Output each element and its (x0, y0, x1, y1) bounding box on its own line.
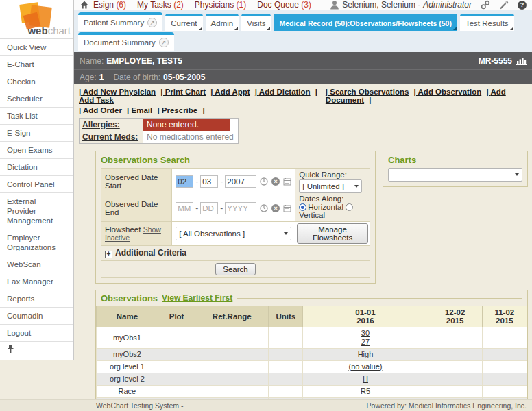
sidebar-item-fax-manager[interactable]: Fax Manager (0, 273, 73, 290)
start-month-input[interactable] (176, 175, 193, 188)
end-year-input[interactable] (225, 202, 256, 214)
start-year-input[interactable] (225, 175, 256, 188)
calendar-icon[interactable] (283, 177, 291, 186)
user-role: Administrator (423, 0, 472, 10)
obs-value-link[interactable]: H (304, 375, 426, 384)
tab-current[interactable]: Current (165, 14, 202, 31)
calendar-icon[interactable] (283, 204, 291, 212)
add-dictation-link[interactable]: Add Dictation (255, 88, 311, 96)
sidebar-item-control-panel[interactable]: Control Panel (0, 176, 73, 193)
add-order-link[interactable]: Add Order (79, 106, 122, 114)
footer-system-name: WebChart Testing System - (96, 401, 183, 411)
view-earliest-first-link[interactable]: View Earliest First (162, 293, 232, 303)
user-menu[interactable]: Selenium, Selenium - Administrator (330, 0, 472, 10)
pin-icon[interactable] (7, 345, 14, 353)
popout-icon[interactable] (159, 38, 169, 47)
sidebar-item-reports[interactable]: Reports (0, 290, 73, 308)
tab-document-summary[interactable]: Document Summary (78, 32, 174, 51)
search-button[interactable]: Search (215, 263, 255, 275)
observed-date-start-label: Observed Date Start (101, 169, 172, 195)
tab-patient-summary[interactable]: Patient Summary (78, 12, 162, 31)
sidebar-item-external-provider-management[interactable]: External Provider Management (0, 193, 73, 229)
nav-physicians[interactable]: Physicians (1) (195, 0, 246, 10)
sidebar-item-coumadin[interactable]: Coumadin (0, 308, 73, 325)
col-header-date-2: 12-022015 (428, 306, 482, 327)
patient-dob: 05-05-2005 (163, 73, 205, 82)
obs-value-link[interactable]: (no value) (304, 362, 426, 371)
additional-criteria-label[interactable]: Additional Criteria (115, 248, 186, 258)
nav-my-tasks[interactable]: My Tasks (2) (137, 0, 184, 10)
flowsheet-select[interactable]: [ All Observations ] (176, 227, 291, 240)
popout-icon[interactable] (147, 18, 157, 27)
charts-select[interactable] (388, 168, 522, 182)
obs-value-link[interactable]: 30 (304, 329, 426, 338)
allergies-link[interactable]: Allergies: (82, 120, 120, 129)
home-icon[interactable] (80, 0, 89, 10)
prescribe-link[interactable]: Prescribe (157, 106, 197, 114)
end-month-input[interactable] (176, 202, 193, 214)
help-icon[interactable]: ? (518, 1, 527, 10)
clock-icon[interactable] (260, 177, 268, 186)
flowsheet-label: Flowsheet (105, 225, 141, 234)
manage-flowsheets-button[interactable]: Manage Flowsheets (297, 223, 368, 244)
sidebar-item-logout[interactable]: Logout (0, 325, 73, 342)
chevron-down-icon (515, 173, 519, 176)
user-icon (330, 0, 339, 10)
tab-medical-record[interactable]: Medical Record (50):Observations/Flowshe… (274, 14, 457, 31)
page-footer: WebChart Testing System - Powered by: Me… (0, 399, 532, 411)
charts-panel: Charts (383, 151, 528, 187)
webchart-logo[interactable]: webchart (0, 0, 73, 39)
add-appt-link[interactable]: Add Appt (210, 88, 250, 96)
sidebar-item-scheduler[interactable]: Scheduler (0, 90, 73, 108)
clock-icon[interactable] (260, 204, 268, 212)
search-observations-link[interactable]: Search Observations (326, 88, 409, 96)
sidebar-item-task-list[interactable]: Task List (0, 108, 73, 125)
user-name: Selenium, Selenium - (342, 0, 420, 10)
sidebar-item-quick-view[interactable]: Quick View (0, 39, 73, 56)
sidebar-item-checkin[interactable]: Checkin (0, 73, 73, 90)
flowsheet-value: [ All Observations ] (179, 229, 245, 238)
patient-age: 1 (99, 73, 104, 82)
obs-name: org level 2 (97, 373, 158, 385)
patient-name: EMPLOYEE, TEST5 (106, 56, 182, 66)
tab-visits[interactable]: Visits (241, 14, 271, 31)
clear-date-icon[interactable]: × (271, 204, 280, 212)
tab-label: Document Summary (84, 38, 156, 47)
email-link[interactable]: Email (127, 106, 152, 114)
obs-name: org level 1 (97, 360, 158, 373)
content-area: Add New Physician Print Chart Add Appt A… (74, 84, 532, 411)
link-icon[interactable] (481, 0, 490, 10)
table-row: Race R5 (97, 385, 527, 397)
start-day-input[interactable] (200, 175, 218, 188)
nav-esign[interactable]: Esign (6) (93, 0, 126, 10)
clear-date-icon[interactable]: × (271, 177, 280, 186)
wand-icon[interactable] (499, 0, 509, 10)
dates-along-vertical-radio[interactable] (346, 203, 353, 211)
add-observation-link[interactable]: Add Observation (414, 88, 482, 96)
tab-admin[interactable]: Admin (206, 14, 239, 31)
vertical-label: Vertical (299, 211, 325, 219)
tab-test-results[interactable]: Test Results (460, 14, 514, 31)
current-meds-value: No medications entered (143, 131, 238, 143)
sidebar-item-e-chart[interactable]: E-Chart (0, 56, 73, 73)
obs-value-link[interactable]: 27 (304, 338, 426, 347)
sidebar-item-open-exams[interactable]: Open Exams (0, 142, 73, 159)
sidebar-item-e-sign[interactable]: E-Sign (0, 125, 73, 142)
sidebar-item-webscan[interactable]: WebScan (0, 256, 73, 273)
expand-icon[interactable]: + (105, 251, 112, 258)
table-row: myObs1 3027 (97, 327, 527, 348)
current-meds-link[interactable]: Current Meds: (82, 132, 138, 142)
nav-doc-queue[interactable]: Doc Queue (3) (257, 0, 311, 10)
dates-along-horizontal-radio[interactable] (299, 203, 306, 211)
sidebar-item-dictation[interactable]: Dictation (0, 159, 73, 176)
quick-range-select[interactable]: [ Unlimited ] (299, 179, 362, 193)
obs-value-link[interactable]: High (304, 350, 426, 359)
end-day-input[interactable] (200, 202, 218, 214)
obs-value-link[interactable]: R5 (304, 387, 426, 396)
chart-bars-icon[interactable] (516, 56, 527, 65)
add-new-physician-link[interactable]: Add New Physician (79, 88, 156, 96)
quick-range-label: Quick Range: (299, 171, 366, 179)
sidebar-item-employer-organizations[interactable]: Employer Organizations (0, 229, 73, 256)
obs-name: Race (97, 385, 158, 397)
print-chart-link[interactable]: Print Chart (160, 88, 206, 96)
